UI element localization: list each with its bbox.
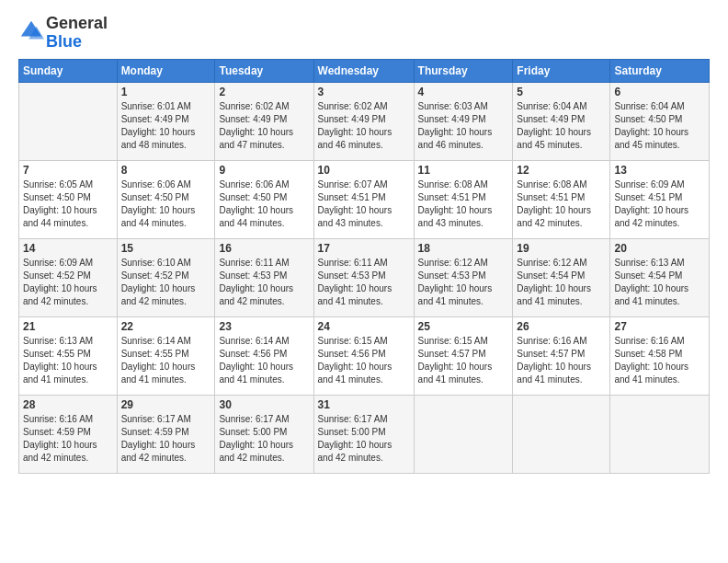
day-number: 27 (614, 320, 705, 333)
day-info: Sunrise: 6:17 AMSunset: 4:59 PMDaylight:… (121, 413, 211, 465)
day-info: Sunrise: 6:11 AMSunset: 4:53 PMDaylight:… (219, 257, 309, 308)
day-cell: 20Sunrise: 6:13 AMSunset: 4:54 PMDayligh… (610, 238, 710, 316)
col-header-monday: Monday (117, 59, 215, 82)
day-number: 30 (219, 398, 309, 411)
day-cell: 13Sunrise: 6:09 AMSunset: 4:51 PMDayligh… (610, 160, 710, 238)
day-cell: 10Sunrise: 6:07 AMSunset: 4:51 PMDayligh… (313, 160, 414, 238)
week-row-2: 7Sunrise: 6:05 AMSunset: 4:50 PMDaylight… (19, 160, 710, 238)
day-info: Sunrise: 6:08 AMSunset: 4:51 PMDaylight:… (418, 178, 509, 230)
day-info: Sunrise: 6:13 AMSunset: 4:55 PMDaylight:… (23, 335, 113, 386)
day-number: 10 (318, 164, 410, 177)
page: General Blue SundayMondayTuesdayWednesda… (0, 0, 728, 563)
day-cell: 2Sunrise: 6:02 AMSunset: 4:49 PMDaylight… (215, 82, 313, 160)
calendar-table: SundayMondayTuesdayWednesdayThursdayFrid… (18, 59, 710, 474)
day-cell: 6Sunrise: 6:04 AMSunset: 4:50 PMDaylight… (610, 82, 710, 160)
day-cell: 8Sunrise: 6:06 AMSunset: 4:50 PMDaylight… (117, 160, 215, 238)
day-cell: 17Sunrise: 6:11 AMSunset: 4:53 PMDayligh… (313, 238, 414, 316)
day-cell: 5Sunrise: 6:04 AMSunset: 4:49 PMDaylight… (513, 82, 610, 160)
day-info: Sunrise: 6:06 AMSunset: 4:50 PMDaylight:… (121, 178, 211, 230)
day-number: 28 (23, 398, 113, 411)
day-info: Sunrise: 6:02 AMSunset: 4:49 PMDaylight:… (318, 100, 410, 152)
day-info: Sunrise: 6:12 AMSunset: 4:53 PMDaylight:… (418, 257, 509, 308)
day-info: Sunrise: 6:06 AMSunset: 4:50 PMDaylight:… (219, 178, 309, 230)
day-number: 20 (614, 242, 705, 255)
day-number: 14 (23, 242, 113, 255)
day-info: Sunrise: 6:15 AMSunset: 4:57 PMDaylight:… (418, 335, 509, 386)
col-header-saturday: Saturday (610, 59, 710, 82)
week-row-4: 21Sunrise: 6:13 AMSunset: 4:55 PMDayligh… (19, 316, 710, 395)
day-info: Sunrise: 6:04 AMSunset: 4:49 PMDaylight:… (517, 100, 606, 152)
day-number: 21 (23, 320, 113, 333)
day-cell: 28Sunrise: 6:16 AMSunset: 4:59 PMDayligh… (19, 395, 118, 473)
day-cell: 11Sunrise: 6:08 AMSunset: 4:51 PMDayligh… (414, 160, 513, 238)
day-cell: 24Sunrise: 6:15 AMSunset: 4:56 PMDayligh… (313, 316, 414, 395)
day-number: 13 (614, 164, 705, 177)
day-number: 26 (517, 320, 606, 333)
day-info: Sunrise: 6:13 AMSunset: 4:54 PMDaylight:… (614, 257, 705, 308)
day-cell: 16Sunrise: 6:11 AMSunset: 4:53 PMDayligh… (215, 238, 313, 316)
day-cell: 15Sunrise: 6:10 AMSunset: 4:52 PMDayligh… (117, 238, 215, 316)
logo-icon (18, 18, 44, 44)
day-info: Sunrise: 6:16 AMSunset: 4:59 PMDaylight:… (23, 413, 113, 465)
day-info: Sunrise: 6:14 AMSunset: 4:56 PMDaylight:… (219, 335, 309, 386)
day-cell (414, 395, 513, 473)
day-number: 1 (121, 86, 211, 98)
week-row-5: 28Sunrise: 6:16 AMSunset: 4:59 PMDayligh… (19, 395, 710, 473)
col-header-friday: Friday (513, 59, 610, 82)
day-cell: 26Sunrise: 6:16 AMSunset: 4:57 PMDayligh… (513, 316, 610, 395)
day-info: Sunrise: 6:11 AMSunset: 4:53 PMDaylight:… (318, 257, 410, 308)
day-number: 5 (517, 86, 606, 98)
day-number: 6 (614, 86, 705, 98)
day-info: Sunrise: 6:04 AMSunset: 4:50 PMDaylight:… (614, 100, 705, 152)
day-info: Sunrise: 6:02 AMSunset: 4:49 PMDaylight:… (219, 100, 309, 152)
day-cell: 23Sunrise: 6:14 AMSunset: 4:56 PMDayligh… (215, 316, 313, 395)
day-number: 4 (418, 86, 509, 98)
week-row-3: 14Sunrise: 6:09 AMSunset: 4:52 PMDayligh… (19, 238, 710, 316)
day-number: 31 (318, 398, 410, 411)
day-number: 11 (418, 164, 509, 177)
day-number: 8 (121, 164, 211, 177)
day-number: 3 (318, 86, 410, 98)
logo-blue: Blue (46, 32, 82, 51)
day-number: 17 (318, 242, 410, 255)
day-cell: 1Sunrise: 6:01 AMSunset: 4:49 PMDaylight… (117, 82, 215, 160)
day-info: Sunrise: 6:12 AMSunset: 4:54 PMDaylight:… (517, 257, 606, 308)
day-cell: 19Sunrise: 6:12 AMSunset: 4:54 PMDayligh… (513, 238, 610, 316)
day-info: Sunrise: 6:10 AMSunset: 4:52 PMDaylight:… (121, 257, 211, 308)
day-cell: 7Sunrise: 6:05 AMSunset: 4:50 PMDaylight… (19, 160, 118, 238)
day-info: Sunrise: 6:17 AMSunset: 5:00 PMDaylight:… (219, 413, 309, 465)
logo: General Blue (18, 15, 108, 52)
day-number: 23 (219, 320, 309, 333)
header: General Blue (18, 15, 710, 52)
day-cell: 27Sunrise: 6:16 AMSunset: 4:58 PMDayligh… (610, 316, 710, 395)
day-cell: 18Sunrise: 6:12 AMSunset: 4:53 PMDayligh… (414, 238, 513, 316)
day-cell: 14Sunrise: 6:09 AMSunset: 4:52 PMDayligh… (19, 238, 118, 316)
day-info: Sunrise: 6:09 AMSunset: 4:51 PMDaylight:… (614, 178, 705, 230)
day-info: Sunrise: 6:03 AMSunset: 4:49 PMDaylight:… (418, 100, 509, 152)
day-cell: 4Sunrise: 6:03 AMSunset: 4:49 PMDaylight… (414, 82, 513, 160)
col-header-wednesday: Wednesday (313, 59, 414, 82)
day-number: 22 (121, 320, 211, 333)
week-row-1: 1Sunrise: 6:01 AMSunset: 4:49 PMDaylight… (19, 82, 710, 160)
day-cell: 22Sunrise: 6:14 AMSunset: 4:55 PMDayligh… (117, 316, 215, 395)
day-number: 2 (219, 86, 309, 98)
day-number: 15 (121, 242, 211, 255)
day-number: 25 (418, 320, 509, 333)
day-number: 12 (517, 164, 606, 177)
day-cell (610, 395, 710, 473)
day-cell (513, 395, 610, 473)
day-info: Sunrise: 6:17 AMSunset: 5:00 PMDaylight:… (318, 413, 410, 465)
col-header-sunday: Sunday (19, 59, 118, 82)
day-info: Sunrise: 6:14 AMSunset: 4:55 PMDaylight:… (121, 335, 211, 386)
logo-general: General (46, 14, 108, 32)
day-cell: 25Sunrise: 6:15 AMSunset: 4:57 PMDayligh… (414, 316, 513, 395)
logo-text: General Blue (46, 15, 108, 52)
day-cell: 31Sunrise: 6:17 AMSunset: 5:00 PMDayligh… (313, 395, 414, 473)
day-info: Sunrise: 6:15 AMSunset: 4:56 PMDaylight:… (318, 335, 410, 386)
day-cell: 9Sunrise: 6:06 AMSunset: 4:50 PMDaylight… (215, 160, 313, 238)
day-number: 7 (23, 164, 113, 177)
day-info: Sunrise: 6:16 AMSunset: 4:58 PMDaylight:… (614, 335, 705, 386)
col-header-tuesday: Tuesday (215, 59, 313, 82)
day-number: 18 (418, 242, 509, 255)
day-cell: 29Sunrise: 6:17 AMSunset: 4:59 PMDayligh… (117, 395, 215, 473)
